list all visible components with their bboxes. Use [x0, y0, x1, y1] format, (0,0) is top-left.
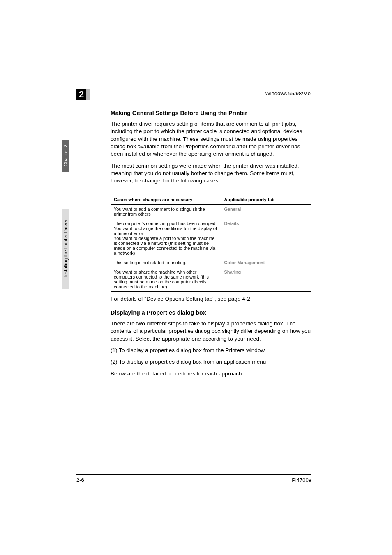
- footer-page-number: 2-6: [76, 477, 84, 483]
- footer-rule: [76, 474, 311, 475]
- list-item-1: (1) To display a properties dialog box f…: [111, 347, 311, 354]
- footer-row: 2-6 Pi4700e: [76, 477, 311, 483]
- table-cell-tab: Color Management: [221, 258, 311, 267]
- paragraph: There are two different steps to take to…: [111, 320, 311, 343]
- header-os-name: Windows 95/98/Me: [265, 90, 311, 97]
- page: 2 Windows 95/98/Me Chapter 2 Installing …: [0, 0, 392, 555]
- paragraph: Below are the detailed procedures for ea…: [111, 370, 311, 378]
- chapter-number: 2: [76, 89, 86, 100]
- header-rule: [76, 100, 311, 100]
- table-cell-case: You want to add a comment to distinguish…: [111, 204, 221, 219]
- footer: 2-6 Pi4700e: [76, 474, 311, 483]
- body-content: Making General Settings Before Using the…: [111, 106, 311, 382]
- list-item-2: (2) To display a properties dialog box f…: [111, 358, 311, 366]
- side-tab-chapter: Chapter 2: [62, 140, 69, 172]
- settings-table: Cases where changes are necessary Applic…: [111, 195, 311, 292]
- table-cell-case: This setting is not related to printing.: [111, 258, 221, 267]
- footer-model: Pi4700e: [292, 477, 311, 483]
- table-cell-case: The computer's connecting port has been …: [111, 219, 221, 258]
- paragraph-cross-ref: For details of "Device Options Setting t…: [111, 295, 311, 303]
- table-row: The computer's connecting port has been …: [111, 219, 311, 258]
- table-header-cases: Cases where changes are necessary: [111, 195, 221, 204]
- table-cell-tab: Sharing: [221, 267, 311, 291]
- table-cell-tab: General: [221, 204, 311, 219]
- paragraph: The printer driver requires setting of i…: [111, 120, 311, 158]
- heading-making-general-settings: Making General Settings Before Using the…: [111, 110, 311, 116]
- side-tabs: Chapter 2 Installing the Printer Driver: [62, 140, 69, 287]
- chapter-number-tab: 2: [76, 89, 90, 100]
- side-tab-section: Installing the Printer Driver: [62, 209, 69, 289]
- heading-displaying-properties: Displaying a Properties dialog box: [111, 309, 311, 316]
- table-row: You want to add a comment to distinguish…: [111, 204, 311, 219]
- table-row: This setting is not related to printing.…: [111, 258, 311, 267]
- table-cell-case: You want to share the machine with other…: [111, 267, 221, 291]
- paragraph: The most common settings were made when …: [111, 162, 311, 185]
- table-header-tab: Applicable property tab: [221, 195, 311, 204]
- table-row: You want to share the machine with other…: [111, 267, 311, 291]
- table-cell-tab: Details: [221, 219, 311, 258]
